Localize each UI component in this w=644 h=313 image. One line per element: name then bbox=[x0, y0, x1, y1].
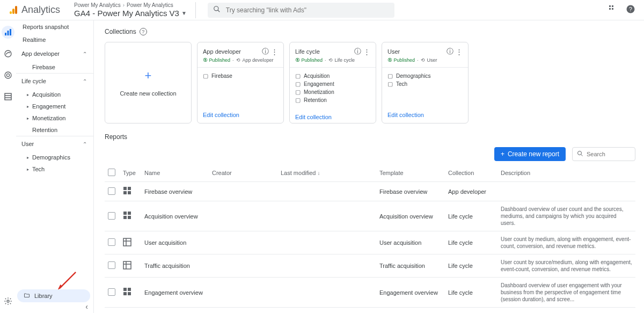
svg-rect-6 bbox=[612, 5, 613, 7]
chevron-up-icon: ⌃ bbox=[83, 141, 87, 147]
sidebar-item[interactable]: ▸Monetization bbox=[16, 112, 93, 124]
rail-admin-icon[interactable] bbox=[2, 295, 14, 308]
report-description: Event count by event name, along with to… bbox=[497, 308, 635, 314]
report-name: Firebase overview bbox=[141, 182, 209, 201]
sidebar-item[interactable]: ▸Demographics bbox=[16, 151, 93, 163]
sidebar-library[interactable]: Library bbox=[17, 289, 90, 302]
svg-line-4 bbox=[218, 10, 220, 12]
sidebar-item-label: Retention bbox=[32, 127, 57, 133]
rail-reports-icon[interactable] bbox=[2, 26, 14, 39]
col-template[interactable]: Template bbox=[376, 164, 445, 182]
table-row[interactable]: Acquisition overview Acquisition overvie… bbox=[105, 201, 635, 231]
apps-icon[interactable] bbox=[609, 5, 617, 15]
collections-title: Collections bbox=[105, 28, 136, 35]
sidebar-item[interactable]: ▸Tech bbox=[16, 163, 93, 175]
info-icon[interactable]: ⓘ bbox=[354, 47, 361, 56]
table-row[interactable]: User acquisition User acquisition Life c… bbox=[105, 231, 635, 254]
topic-icon: ▢ bbox=[387, 81, 393, 88]
row-checkbox[interactable] bbox=[108, 212, 115, 220]
svg-point-14 bbox=[5, 50, 11, 57]
sidebar-realtime[interactable]: Realtime bbox=[16, 33, 93, 46]
sidebar-section[interactable]: Life cycle⌃ bbox=[16, 73, 93, 89]
report-modified bbox=[277, 182, 376, 201]
help-mini-icon[interactable]: ? bbox=[140, 28, 147, 35]
topic-icon: ▢ bbox=[295, 81, 301, 88]
svg-rect-42 bbox=[128, 292, 131, 295]
collections-cards: + Create new collection App developer ⓘ … bbox=[105, 42, 635, 123]
sidebar-collapse-button[interactable]: ‹ bbox=[85, 302, 88, 311]
info-icon[interactable]: ⓘ bbox=[447, 47, 453, 56]
edit-collection-link[interactable]: Edit collection bbox=[295, 114, 332, 120]
row-checkbox[interactable] bbox=[108, 261, 115, 269]
sidebar-item-label: Acquisition bbox=[32, 91, 61, 98]
col-modified[interactable]: Last modified ↓ bbox=[277, 164, 376, 182]
table-row[interactable]: Engagement overview Engagement overview … bbox=[105, 278, 635, 308]
sidebar-section[interactable]: User⌃ bbox=[16, 136, 93, 151]
report-name: Traffic acquisition bbox=[141, 254, 209, 278]
property-selector[interactable]: Power My Analytics › Power My Analytics … bbox=[74, 2, 196, 18]
report-modified bbox=[277, 308, 376, 314]
brand-label: Analytics bbox=[21, 4, 60, 16]
rail-configure-icon[interactable] bbox=[2, 90, 14, 103]
row-checkbox[interactable] bbox=[108, 238, 115, 246]
rail-advertising-icon[interactable] bbox=[2, 69, 14, 82]
caret-right-icon: ▸ bbox=[27, 167, 30, 172]
help-icon[interactable]: ? bbox=[626, 4, 635, 16]
sidebar-item[interactable]: ▸Engagement bbox=[16, 100, 93, 112]
table-row[interactable]: Events Events Life cycle Event count by … bbox=[105, 308, 635, 314]
svg-rect-26 bbox=[128, 187, 131, 190]
report-name: Engagement overview bbox=[141, 278, 209, 308]
report-creator bbox=[209, 201, 277, 231]
sidebar-section-label: Life cycle bbox=[21, 78, 46, 84]
col-description[interactable]: Description bbox=[497, 164, 635, 182]
row-checkbox[interactable] bbox=[108, 288, 115, 296]
col-type[interactable]: Type bbox=[120, 164, 141, 182]
report-collection: Life cycle bbox=[445, 278, 497, 308]
more-icon[interactable]: ⋮ bbox=[456, 48, 463, 56]
collection-card: App developer ⓘ ⋮ ⦿ Published · ⟲ App de… bbox=[197, 42, 284, 123]
search-icon bbox=[213, 5, 221, 14]
sidebar-reports-snapshot[interactable]: Reports snapshot bbox=[16, 20, 93, 33]
sidebar-item[interactable]: Firebase bbox=[16, 61, 93, 73]
svg-rect-2 bbox=[15, 6, 17, 14]
svg-rect-40 bbox=[128, 288, 131, 291]
report-template: Firebase overview bbox=[376, 182, 445, 201]
published-badge: ⦿ Published bbox=[203, 57, 230, 63]
report-collection: Life cycle bbox=[445, 231, 497, 254]
svg-rect-8 bbox=[612, 8, 613, 10]
report-search-input[interactable] bbox=[587, 151, 631, 157]
report-name: Acquisition overview bbox=[141, 201, 209, 231]
sidebar-item[interactable]: Retention bbox=[16, 124, 93, 136]
create-collection-card[interactable]: + Create new collection bbox=[105, 42, 192, 123]
edit-collection-link[interactable]: Edit collection bbox=[387, 112, 424, 118]
col-name[interactable]: Name bbox=[141, 164, 209, 182]
more-icon[interactable]: ⋮ bbox=[363, 48, 370, 56]
collection-scope: Life cycle bbox=[335, 57, 355, 63]
table-row[interactable]: Traffic acquisition Traffic acquisition … bbox=[105, 254, 635, 278]
report-type-icon bbox=[123, 239, 131, 248]
edit-collection-link[interactable]: Edit collection bbox=[203, 112, 239, 118]
col-collection[interactable]: Collection bbox=[445, 164, 497, 182]
row-checkbox[interactable] bbox=[108, 187, 115, 195]
report-template: Acquisition overview bbox=[376, 201, 445, 231]
sidebar-item[interactable]: ▸Acquisition bbox=[16, 89, 93, 100]
main-content: Collections ? + Create new collection Ap… bbox=[94, 20, 644, 313]
col-creator[interactable]: Creator bbox=[209, 164, 277, 182]
info-icon[interactable]: ⓘ bbox=[262, 47, 269, 56]
report-type-icon bbox=[123, 188, 131, 196]
chevron-right-icon: › bbox=[123, 2, 125, 9]
svg-text:?: ? bbox=[629, 6, 632, 12]
sidebar-section[interactable]: App developer⌃ bbox=[16, 46, 93, 61]
select-all-checkbox[interactable] bbox=[108, 169, 115, 176]
report-collection: Life cycle bbox=[445, 201, 497, 231]
rail-explore-icon[interactable] bbox=[2, 47, 14, 60]
table-row[interactable]: Firebase overview Firebase overview App … bbox=[105, 182, 635, 201]
more-icon[interactable]: ⋮ bbox=[271, 48, 278, 56]
published-badge: ⦿ Published bbox=[387, 57, 415, 63]
report-modified bbox=[277, 231, 376, 254]
global-search-input[interactable] bbox=[226, 6, 389, 14]
report-search[interactable] bbox=[572, 147, 635, 161]
global-search[interactable] bbox=[208, 3, 394, 18]
topic-icon: ▢ bbox=[295, 72, 301, 79]
create-report-button[interactable]: + Create new report bbox=[494, 147, 566, 161]
